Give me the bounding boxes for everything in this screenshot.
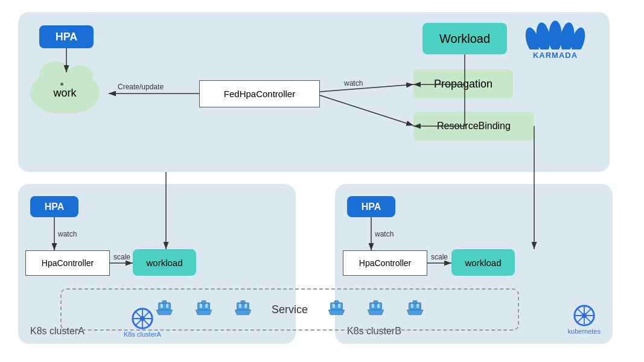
ship-icon-4 <box>326 299 347 321</box>
svg-point-14 <box>549 21 562 49</box>
svg-rect-36 <box>377 303 380 308</box>
k8s-logo-b: kubernetes <box>568 305 601 335</box>
fed-hpa-controller-box: FedHpaController <box>199 80 320 107</box>
svg-rect-28 <box>244 303 247 308</box>
svg-rect-35 <box>372 303 374 308</box>
svg-rect-23 <box>200 303 202 308</box>
karmada-text: KARMADA <box>533 51 578 60</box>
svg-rect-34 <box>374 300 378 303</box>
k8s-text-a: K8s clusterA <box>124 331 161 338</box>
svg-rect-19 <box>161 303 163 308</box>
karmada-sails <box>525 19 585 49</box>
work-cloud: work <box>30 72 100 113</box>
work-dot <box>60 83 63 86</box>
hpa-controller-b-box: HpaController <box>343 250 427 276</box>
service-box: Service <box>60 288 519 331</box>
hpa-top: HPA <box>39 25 94 48</box>
hpa-controller-a-box: HpaController <box>25 250 110 276</box>
service-label: Service <box>272 303 308 316</box>
ship-icon-2 <box>193 299 214 321</box>
svg-rect-24 <box>205 303 208 308</box>
work-label: work <box>53 87 76 100</box>
svg-rect-27 <box>239 303 241 308</box>
workload-a-box: workload <box>133 249 196 276</box>
diagram-container: K8s clusterA K8s clusterA K8s clusterB <box>0 0 644 362</box>
ship-icon-5 <box>365 299 386 321</box>
ship-icon-6 <box>404 299 426 321</box>
workload-top-box: Workload <box>422 23 507 54</box>
ship-icon-3 <box>232 299 253 321</box>
hpa-cluster-b: HPA <box>347 196 395 217</box>
svg-rect-22 <box>202 300 206 303</box>
svg-rect-31 <box>333 303 335 308</box>
workload-b-box: workload <box>451 249 515 276</box>
svg-rect-39 <box>411 303 413 308</box>
svg-rect-30 <box>334 300 339 303</box>
svg-rect-26 <box>241 300 245 303</box>
svg-rect-18 <box>162 300 167 303</box>
ship-icon-1 <box>154 299 175 321</box>
k8s-text-b: kubernetes <box>568 328 601 335</box>
karmada-sail-svg <box>525 19 585 49</box>
svg-rect-40 <box>416 303 419 308</box>
propagation-box: Propagation <box>413 69 513 98</box>
svg-rect-20 <box>166 303 168 308</box>
hpa-cluster-a: HPA <box>30 196 78 217</box>
svg-rect-38 <box>413 300 417 303</box>
resource-binding-box: ResourceBinding <box>413 112 534 141</box>
karmada-logo: KARMADA <box>522 15 588 63</box>
svg-rect-32 <box>338 303 340 308</box>
k8s-wheel-icon-b <box>573 305 595 326</box>
